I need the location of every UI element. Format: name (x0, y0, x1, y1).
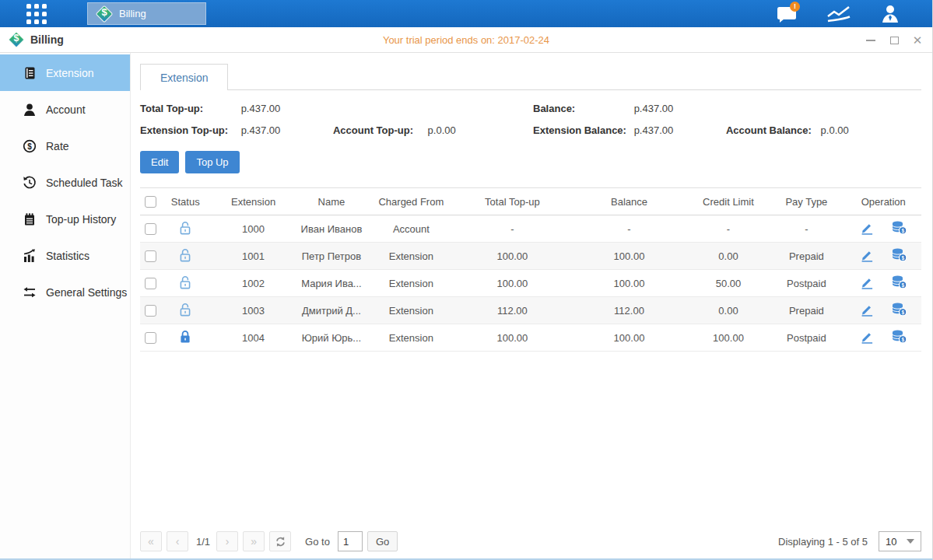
edit-icon[interactable] (860, 248, 874, 264)
table-row[interactable]: 1004 Юрий Юрь... Extension 100.00 100.00… (140, 324, 921, 352)
column-credit-limit: Credit Limit (689, 188, 767, 215)
ledger-icon (23, 66, 37, 80)
status-unlocked-icon (178, 247, 192, 263)
sidebar-item-extension[interactable]: Extension (0, 54, 130, 91)
table-row[interactable]: 1003 Дмитрий Д... Extension 112.00 112.0… (140, 297, 921, 324)
bar-chart-icon (23, 249, 37, 263)
cell-credit-limit: 0.00 (689, 297, 767, 324)
row-checkbox[interactable] (145, 223, 156, 235)
cell-charged-from: Extension (367, 324, 455, 352)
sidebar-item-scheduled-task[interactable]: Scheduled Task (0, 164, 130, 201)
sidebar-item-account[interactable]: Account (0, 91, 130, 128)
row-checkbox[interactable] (145, 278, 156, 289)
minimize-button[interactable] (865, 35, 876, 46)
cell-name: Мария Ива... (296, 270, 367, 297)
sidebar-item-general-settings[interactable]: General Settings (0, 274, 130, 310)
sidebar-item-topup-history[interactable]: Top-up History (0, 201, 130, 237)
account-balance-label: Account Balance: (726, 124, 818, 136)
cell-pay-type: Postpaid (767, 324, 845, 352)
page-size-select[interactable]: 10 (879, 531, 921, 551)
cell-pay-type: Postpaid (767, 270, 845, 297)
top-up-row-icon[interactable]: $ (891, 247, 907, 264)
top-up-row-icon[interactable]: $ (891, 302, 907, 319)
edit-icon[interactable] (860, 221, 874, 237)
refresh-button[interactable] (269, 531, 291, 551)
app-grid-icon[interactable] (26, 4, 47, 24)
prev-page-button[interactable]: ‹ (167, 531, 188, 551)
notifications-icon[interactable]: ! (773, 3, 801, 25)
maximize-button[interactable] (889, 35, 900, 46)
top-up-row-icon[interactable]: $ (891, 329, 907, 346)
column-balance: Balance (569, 188, 689, 215)
table-row[interactable]: 1000 Иван Иванов Account - - - - $ (140, 215, 921, 243)
svg-text:$: $ (27, 142, 32, 150)
top-up-button[interactable]: Top Up (185, 151, 239, 173)
notification-badge: ! (790, 2, 800, 12)
sidebar-item-rate[interactable]: $ Rate (0, 128, 130, 164)
goto-page-input[interactable] (338, 531, 363, 551)
billing-window-icon: $ (9, 32, 25, 48)
edit-button[interactable]: Edit (140, 151, 179, 173)
total-topup-value: p.437.00 (241, 103, 281, 114)
edit-icon[interactable] (860, 275, 874, 292)
row-checkbox[interactable] (145, 250, 156, 262)
page-indicator: 1/1 (196, 536, 210, 548)
total-topup-stat: Total Top-up: p.437.00 (140, 103, 333, 114)
cell-charged-from: Extension (367, 297, 455, 324)
cell-extension: 1001 (210, 243, 296, 270)
next-page-button[interactable]: › (216, 531, 238, 551)
edit-icon[interactable] (860, 303, 874, 319)
user-account-icon[interactable] (876, 3, 904, 25)
extension-table-body: 1000 Иван Иванов Account - - - - $ (140, 215, 921, 352)
svg-text:$: $ (901, 282, 904, 289)
cell-total-topup: 100.00 (456, 324, 570, 352)
cell-extension: 1003 (210, 297, 296, 324)
sidebar-label: Scheduled Task (46, 177, 123, 189)
sidebar-label: Top-up History (46, 213, 116, 226)
cell-name: Юрий Юрь... (296, 324, 367, 352)
table-row[interactable]: 1001 Петр Петров Extension 100.00 100.00… (140, 243, 921, 270)
svg-text:$: $ (901, 337, 904, 343)
sidebar-label: Rate (46, 140, 69, 152)
column-extension: Extension (210, 188, 296, 215)
top-up-row-icon[interactable]: $ (891, 220, 907, 237)
extension-topup-stat: Extension Top-up: p.437.00 (140, 124, 333, 136)
balance-label: Balance: (533, 103, 631, 114)
table-row[interactable]: 1002 Мария Ива... Extension 100.00 100.0… (140, 270, 921, 297)
taskbar-billing-button[interactable]: $ Billing (87, 2, 206, 25)
status-unlocked-icon (178, 220, 192, 236)
window-title-group: $ Billing (8, 31, 64, 48)
go-button[interactable]: Go (367, 531, 398, 551)
trial-notice: Your trial period ends on: 2017-02-24 (0, 34, 932, 46)
displaying-text: Displaying 1 - 5 of 5 (778, 536, 868, 548)
edit-icon[interactable] (860, 330, 874, 346)
row-checkbox[interactable] (145, 332, 156, 344)
cell-charged-from: Extension (367, 243, 455, 270)
resource-monitor-icon[interactable] (825, 3, 853, 25)
extension-balance-label: Extension Balance: (533, 124, 631, 136)
cell-charged-from: Extension (367, 270, 455, 297)
cell-balance: 100.00 (569, 243, 689, 270)
first-page-button[interactable]: « (140, 531, 162, 551)
balance-value: p.437.00 (634, 103, 674, 114)
select-all-checkbox[interactable] (145, 196, 156, 208)
close-button[interactable]: ✕ (912, 35, 923, 46)
tab-extension[interactable]: Extension (140, 64, 228, 90)
sidebar-item-statistics[interactable]: Statistics (0, 237, 130, 274)
chevron-down-icon (907, 539, 914, 544)
row-checkbox[interactable] (145, 305, 156, 317)
cell-name: Петр Петров (296, 243, 367, 270)
sidebar-label: Statistics (46, 250, 89, 262)
account-balance-stat: Account Balance: p.0.00 (726, 124, 921, 136)
cell-pay-type: Prepaid (767, 297, 845, 324)
extension-balance-stat: Extension Balance: p.437.00 (533, 124, 726, 136)
taskbar: $ Billing ! (0, 0, 932, 27)
billing-app-window: $ Billing ! (0, 0, 933, 560)
extension-balance-value: p.437.00 (634, 124, 674, 136)
cell-total-topup: 100.00 (456, 270, 570, 297)
top-up-row-icon[interactable]: $ (891, 275, 907, 292)
billing-app-icon: $ (96, 5, 113, 23)
account-topup-stat: Account Top-up: p.0.00 (333, 124, 533, 136)
last-page-button[interactable]: » (243, 531, 265, 551)
column-status: Status (160, 188, 210, 215)
